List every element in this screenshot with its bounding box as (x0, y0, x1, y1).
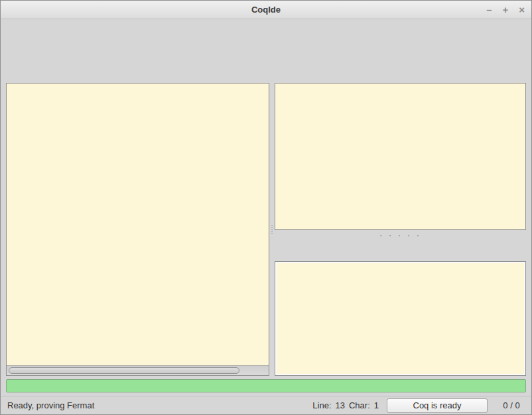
progress-bar-track (1, 376, 531, 396)
window-controls: – + × (486, 1, 525, 19)
maximize-icon[interactable]: + (502, 5, 508, 15)
coq-status-button[interactable]: Coq is ready (387, 398, 488, 413)
task-counter: 0 / 0 (498, 400, 525, 410)
scrollbar-thumb[interactable] (9, 367, 239, 374)
vertical-splitter[interactable]: ····· (269, 83, 275, 376)
splitter-grip-icon: · · · · · (379, 233, 421, 237)
char-label: Char: (349, 400, 370, 410)
title-bar: CoqIde – + × (1, 1, 531, 19)
coqide-window: CoqIde – + × ····· · · · · · (0, 0, 532, 415)
horizontal-splitter[interactable]: · · · · · (275, 230, 526, 241)
progress-bar (6, 379, 526, 392)
right-pane: · · · · · (275, 83, 526, 376)
toolbar (1, 35, 531, 60)
splitter-grip-icon: ····· (271, 225, 273, 235)
status-bar: Ready, proving Fermat Line: 13 Char: 1 C… (1, 396, 531, 414)
close-icon[interactable]: × (519, 5, 525, 15)
horizontal-scrollbar[interactable] (7, 365, 269, 375)
window-title: CoqIde (251, 5, 281, 15)
menu-bar (1, 19, 531, 35)
char-value: 1 (374, 400, 379, 410)
messages-panel (275, 261, 526, 376)
goal-panel (275, 83, 526, 230)
status-message: Ready, proving Fermat (7, 400, 312, 410)
line-value: 13 (336, 400, 345, 410)
status-right: Line: 13 Char: 1 Coq is ready 0 / 0 (312, 398, 525, 413)
message-tab-bar (275, 241, 526, 261)
main-area: ····· · · · · · (1, 83, 531, 376)
line-label: Line: (312, 400, 331, 410)
script-editor[interactable] (7, 84, 269, 365)
minimize-icon[interactable]: – (486, 5, 492, 15)
script-editor-pane (6, 83, 269, 376)
session-tab-bar (1, 60, 531, 83)
